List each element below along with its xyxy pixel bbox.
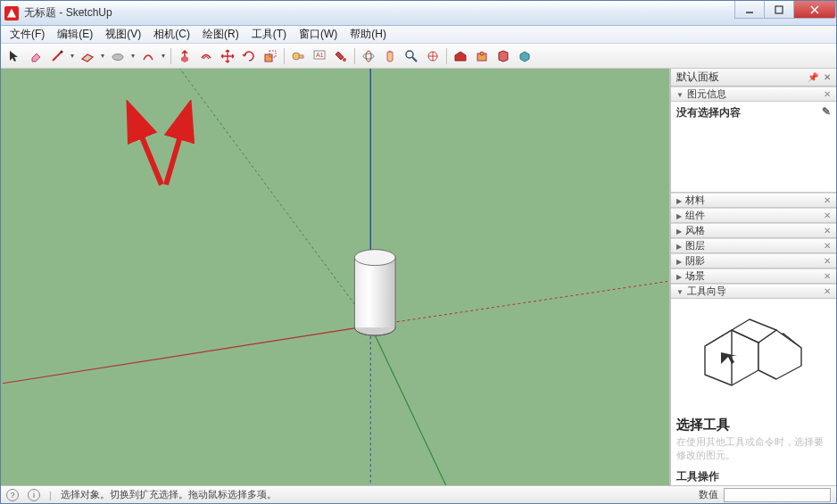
scale-tool[interactable] <box>261 46 280 66</box>
chevron-down-icon: ▼ <box>676 91 684 99</box>
entity-info-text: 没有选择内容 <box>676 105 741 120</box>
svg-point-30 <box>354 250 395 266</box>
section-label: 阴影 <box>685 255 705 266</box>
section-label: 组件 <box>685 210 705 220</box>
section-layers[interactable]: ▶图层✕ <box>671 238 836 253</box>
section-components[interactable]: ▶组件✕ <box>671 208 836 223</box>
section-entity-info[interactable]: ▼图元信息 ✕ <box>671 87 836 102</box>
section-close-icon[interactable]: ✕ <box>824 89 831 99</box>
layout-button[interactable] <box>493 46 513 66</box>
close-button[interactable] <box>793 1 836 19</box>
svg-line-32 <box>166 109 188 185</box>
svg-point-5 <box>61 50 63 53</box>
pan-tool[interactable] <box>380 46 400 66</box>
instructor-image <box>676 304 831 409</box>
text-tool[interactable]: A1 <box>310 46 329 66</box>
menu-help[interactable]: 帮助(H) <box>344 26 392 43</box>
chevron-right-icon: ▶ <box>676 212 682 220</box>
main-area: 默认面板 📌 ✕ ▼图元信息 ✕ 没有选择内容 ✎ ▶材料✕ ▶组件✕ ▶风格✕… <box>1 69 836 485</box>
zoom-tool[interactable] <box>402 46 421 66</box>
offset-tool[interactable] <box>196 46 216 66</box>
tape-tool[interactable] <box>288 46 308 66</box>
svg-rect-1 <box>775 6 783 13</box>
components-button[interactable] <box>515 46 535 66</box>
section-label: 材料 <box>685 194 705 205</box>
minimize-button[interactable] <box>734 1 765 19</box>
section-materials[interactable]: ▶材料✕ <box>671 193 836 208</box>
warehouse-button[interactable] <box>451 46 470 66</box>
statusbar: ? i | 选择对象。切换到扩充选择。拖动鼠标选择多项。 数值 <box>1 485 836 503</box>
toolbar-sep-2 <box>282 46 286 66</box>
viewport[interactable] <box>1 69 670 485</box>
app-icon <box>4 6 19 21</box>
section-label: 工具向导 <box>687 285 726 296</box>
menu-camera[interactable]: 相机(C) <box>148 26 195 43</box>
menu-window[interactable]: 窗口(W) <box>294 26 343 43</box>
chevron-right-icon: ▶ <box>676 258 682 266</box>
svg-rect-21 <box>3 69 667 485</box>
move-tool[interactable] <box>218 46 237 66</box>
section-shadows[interactable]: ▶阴影✕ <box>671 253 836 269</box>
menubar: 文件(F) 编辑(E) 视图(V) 相机(C) 绘图(R) 工具(T) 窗口(W… <box>1 26 836 44</box>
status-icon-1[interactable]: ? <box>6 489 19 501</box>
guide-op-title: 工具操作 <box>676 469 831 484</box>
section-close-icon[interactable]: ✕ <box>824 195 831 205</box>
section-close-icon[interactable]: ✕ <box>824 256 831 266</box>
zoom-extents-tool[interactable] <box>423 46 443 66</box>
entity-info-pin-icon[interactable]: ✎ <box>822 105 831 118</box>
rectangle-tool[interactable] <box>78 46 97 66</box>
tray-controls: 📌 ✕ <box>808 72 831 82</box>
arc-tool[interactable] <box>138 46 158 66</box>
circle-dropdown[interactable]: ▾ <box>129 52 137 60</box>
section-label: 图层 <box>685 240 705 251</box>
entity-info-title: 图元信息 <box>687 88 726 99</box>
menu-view[interactable]: 视图(V) <box>100 26 146 43</box>
default-tray-header[interactable]: 默认面板 📌 ✕ <box>671 69 836 87</box>
section-styles[interactable]: ▶风格✕ <box>671 223 836 238</box>
menu-edit[interactable]: 编辑(E) <box>52 26 98 43</box>
chevron-right-icon: ▶ <box>676 243 682 251</box>
section-instructor[interactable]: ▼工具向导✕ <box>671 284 836 299</box>
pin-icon[interactable]: 📌 <box>808 72 818 82</box>
extension-button[interactable] <box>472 46 492 66</box>
svg-line-17 <box>412 57 417 62</box>
toolbar: ▾ ▾ ▾ ▾ A1 <box>1 44 836 69</box>
maximize-button[interactable] <box>764 1 794 19</box>
eraser-tool[interactable] <box>26 46 46 66</box>
status-sep: | <box>49 490 52 500</box>
pushpull-tool[interactable] <box>175 46 195 66</box>
tray-close-icon[interactable]: ✕ <box>824 72 831 82</box>
side-panel: 默认面板 📌 ✕ ▼图元信息 ✕ 没有选择内容 ✎ ▶材料✕ ▶组件✕ ▶风格✕… <box>670 69 836 485</box>
rotate-tool[interactable] <box>239 46 259 66</box>
circle-tool[interactable] <box>108 46 128 66</box>
guide-desc: 在使用其他工具或命令时，选择要修改的图元。 <box>676 435 831 462</box>
line-dropdown[interactable]: ▾ <box>69 52 76 60</box>
section-close-icon[interactable]: ✕ <box>824 226 831 235</box>
status-icon-2[interactable]: i <box>28 489 40 501</box>
measure-label: 数值 <box>699 488 718 501</box>
rectangle-dropdown[interactable]: ▾ <box>99 52 106 60</box>
select-tool[interactable] <box>4 46 24 66</box>
section-scenes[interactable]: ▶场景✕ <box>671 269 836 284</box>
svg-point-16 <box>406 51 413 58</box>
annotation-arrows <box>117 100 197 201</box>
line-tool[interactable] <box>47 46 67 66</box>
svg-point-13 <box>343 58 346 62</box>
arc-dropdown[interactable]: ▾ <box>160 52 167 60</box>
measurement-input[interactable] <box>724 488 831 502</box>
entity-info-body: 没有选择内容 ✎ <box>671 102 836 193</box>
menu-file[interactable]: 文件(F) <box>4 26 50 43</box>
section-close-icon[interactable]: ✕ <box>824 271 831 281</box>
svg-point-20 <box>480 52 484 55</box>
section-close-icon[interactable]: ✕ <box>824 286 831 296</box>
svg-text:A1: A1 <box>316 52 324 58</box>
paint-tool[interactable] <box>331 46 351 66</box>
window-title: 无标题 - SketchUp <box>24 5 112 21</box>
section-close-icon[interactable]: ✕ <box>824 211 831 220</box>
orbit-tool[interactable] <box>359 46 378 66</box>
menu-draw[interactable]: 绘图(R) <box>197 26 244 43</box>
svg-line-31 <box>130 109 162 185</box>
menu-tools[interactable]: 工具(T) <box>246 26 292 43</box>
guide-title: 选择工具 <box>676 417 831 434</box>
section-close-icon[interactable]: ✕ <box>824 241 831 251</box>
